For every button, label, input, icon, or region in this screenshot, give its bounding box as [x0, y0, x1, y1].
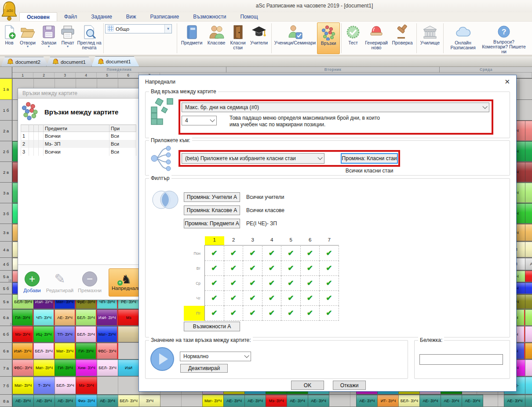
grid-check-cell[interactable]: ✔ — [243, 291, 262, 306]
links-table-row[interactable]: 3ВсичкиВси — [21, 148, 136, 156]
grid-check-cell[interactable]: ✔ — [224, 246, 244, 261]
timetable-cell[interactable]: АЕ- ЗУЧ — [419, 395, 441, 407]
grid-check-cell[interactable]: ✔ — [205, 276, 224, 291]
menu-tab-Разписание[interactable]: Разписание — [143, 12, 186, 21]
class-row-header-3в[interactable]: 3 в — [0, 224, 12, 241]
timetable-cell[interactable]: БЕЛ- ЗУЧ — [33, 343, 55, 359]
timetable-cell[interactable]: А — [525, 343, 532, 359]
ribbon-button-subjects[interactable]: Предмети — [179, 22, 205, 54]
menu-tab-Основен[interactable]: Основен — [19, 12, 57, 21]
timetable-cell[interactable]: Мат- ЗУЧ — [202, 395, 224, 407]
ribbon-button-rooms[interactable]: Класни стаи — [228, 22, 248, 54]
grid-check-cell[interactable]: ✔ — [205, 291, 224, 306]
timetable-cell[interactable]: ЗУЧ — [139, 395, 160, 407]
timetable-cell[interactable]: Ма — [525, 162, 532, 182]
menu-tab-Помощ[interactable]: Помощ — [233, 12, 265, 21]
ribbon-button-question[interactable]: ?Въпроси? Коментари? Пишете ни — [481, 22, 527, 54]
timetable-cell[interactable]: ФВС- ЗУЧ — [97, 343, 118, 359]
timetable-cell[interactable]: ГИ- ЗУЧ — [55, 359, 76, 376]
timetable-cell[interactable]: Мат- ЗУЧ — [33, 359, 55, 376]
class-row-header-6а[interactable]: 6 а3 — [0, 309, 12, 326]
grid-check-cell[interactable]: ✔ — [301, 261, 320, 276]
grid-day-label[interactable]: Чт — [181, 296, 200, 301]
menu-tab-Задание[interactable]: Задание — [84, 12, 119, 21]
timetable-cell[interactable]: АЕ- ЗУЧ — [462, 395, 483, 407]
grid-period-header[interactable]: 6 — [301, 237, 320, 242]
timetable-cell[interactable]: М — [525, 271, 532, 282]
link-type-combo[interactable]: Макс. бр. дни на седмица (#0) — [182, 103, 489, 112]
ribbon-button-new[interactable]: Нов — [2, 22, 17, 54]
grid-check-cell[interactable]: ✔ — [281, 246, 301, 261]
timetable-cell[interactable]: ЧП- ЗУЧ — [33, 309, 55, 326]
timetable-cell[interactable]: ГИ- ЗУЧ — [76, 343, 97, 359]
timetable-cell[interactable]: БЕЛ- ЗУЧ — [76, 326, 97, 342]
view-combo[interactable]: Общо▼ — [105, 24, 172, 33]
timetable-cell[interactable]: Хим- ЗУЧ — [76, 359, 97, 376]
grid-period-header[interactable]: 2 — [224, 237, 244, 242]
ribbon-button-save[interactable]: Запази▼ — [39, 22, 59, 54]
timetable-cell[interactable] — [118, 326, 139, 342]
class-row-header-1б[interactable]: 1 б — [0, 100, 12, 120]
timetable-cell[interactable]: БЕЛ- ЗУЧ — [55, 377, 76, 394]
grid-check-cell[interactable]: ✔ — [262, 291, 282, 306]
menu-tab-Възможности[interactable]: Възможности — [186, 12, 233, 21]
change-classrooms-button[interactable]: Промяна: Класни стаи — [341, 153, 398, 164]
class-row-header-3а[interactable]: 3 а — [0, 183, 12, 203]
timetable-cell[interactable]: АЕ-ЗП — [525, 258, 532, 270]
change-subjects-button[interactable]: Промяна: Предмети А — [184, 219, 240, 228]
class-row-header-2а[interactable]: 2 а — [0, 121, 12, 141]
timetable-cell[interactable]: Ма — [525, 326, 532, 342]
ribbon-button-generate[interactable]: Генерирай ново — [363, 22, 390, 54]
grid-day-label[interactable]: Ср — [181, 281, 200, 286]
menu-tab-Файл[interactable]: Файл — [57, 12, 84, 21]
links-table-row[interactable]: 2Мз- ЗПВси — [21, 140, 136, 148]
class-row-header-6в[interactable]: 6 в — [0, 343, 12, 359]
meaning-combo[interactable]: Нормално — [180, 352, 251, 361]
ribbon-button-school[interactable]: Училище — [418, 22, 442, 54]
timetable-cell[interactable]: БЕЛ- ЗУЧ — [398, 395, 420, 407]
change-teachers-button[interactable]: Промяна: Учители А — [184, 192, 240, 202]
class-row-header-5а[interactable]: 5 а16 — [0, 271, 12, 282]
timetable-cell[interactable]: ГИ- ЗУЧ — [12, 309, 34, 326]
change-classes-button[interactable]: Промяна: Класове А — [184, 205, 240, 215]
class-row-header-7б[interactable]: 7 б — [0, 377, 12, 394]
timetable-cell[interactable]: ИзИ- ЗУЧ — [97, 309, 118, 326]
grid-period-header[interactable]: 3 — [243, 237, 262, 242]
grid-period-header[interactable]: 4 — [262, 237, 282, 242]
grid-check-cell[interactable]: ✔ — [243, 306, 262, 321]
grid-check-cell[interactable]: ✔ — [243, 246, 262, 261]
timetable-cell[interactable]: БЕ — [525, 359, 532, 376]
timetable-cell[interactable]: Мз- ЗУЧ — [12, 326, 34, 342]
class-row-header-1а[interactable]: 1 а — [0, 79, 12, 99]
timetable-cell[interactable]: Мат- ЗУЧ — [55, 343, 76, 359]
card-links-window-titlebar[interactable]: Връзки между картите — [18, 88, 138, 99]
timetable-cell[interactable]: Мат- ЗУЧ — [12, 377, 34, 394]
grid-period-header[interactable]: 5 — [281, 237, 301, 242]
timetable-cell[interactable]: Хи — [525, 377, 532, 394]
class-row-header-5б[interactable]: 5 б — [0, 282, 12, 294]
timetable-cell[interactable]: АЕ- ЗУЧ — [55, 395, 76, 407]
class-row-header-2б[interactable]: 2 б — [0, 141, 12, 161]
grid-check-cell[interactable]: ✔ — [224, 261, 244, 276]
timetable-cell[interactable]: БЕ — [525, 141, 532, 161]
timetable-cell[interactable]: Мз — [118, 309, 139, 326]
deactivate-button[interactable]: Деактивирай — [180, 364, 228, 373]
ribbon-button-links[interactable]: Връзки — [317, 22, 340, 54]
ribbon-button-print[interactable]: Печат▼ — [59, 22, 77, 54]
grid-check-cell[interactable]: ✔ — [205, 306, 224, 321]
timetable-cell[interactable]: Т- ЗУЧ — [33, 377, 55, 394]
class-row-header-6б[interactable]: 6 б — [0, 326, 12, 342]
asc-bell-logo-icon[interactable]: aSc — [2, 0, 17, 22]
timetable-cell[interactable]: ИзИ- ЗУЧ — [12, 343, 34, 359]
timetable-cell[interactable]: АЕ- ЗУЧ — [287, 395, 308, 407]
note-input[interactable] — [419, 354, 503, 365]
grid-period-header[interactable]: 1 — [205, 237, 224, 242]
ribbon-button-test[interactable]: Тест — [343, 22, 363, 54]
grid-check-cell[interactable]: ✔ — [301, 246, 320, 261]
grid-check-cell[interactable]: ✔ — [262, 246, 282, 261]
ribbon-button-preview[interactable]: Преглед на печата — [77, 22, 102, 54]
grid-check-cell[interactable]: ✔ — [320, 276, 339, 291]
timetable-cell[interactable]: АЕ- ЗУЧ — [356, 395, 378, 407]
options-a-button[interactable]: Възможности А — [184, 322, 240, 331]
timetable-cell[interactable]: БЕЛ- ЗУЧ — [118, 395, 139, 407]
